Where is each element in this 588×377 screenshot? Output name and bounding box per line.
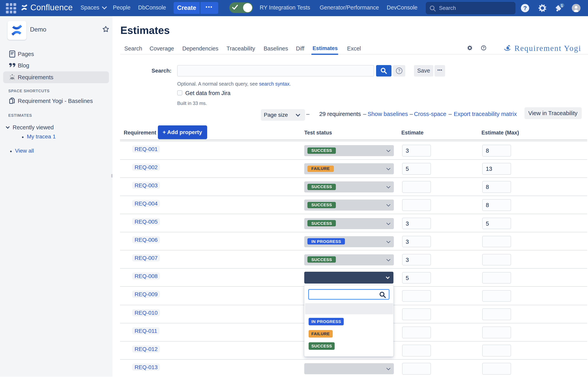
svg-text:?: ? [523, 5, 527, 11]
